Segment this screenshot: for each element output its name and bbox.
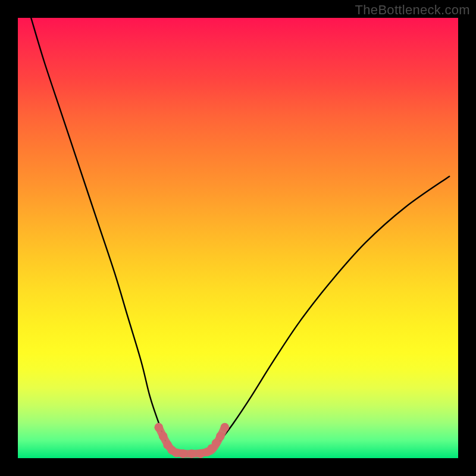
highlight-dot	[159, 432, 168, 441]
series-left-branch	[31, 18, 172, 452]
highlight-dot	[220, 423, 229, 432]
highlight-dot	[178, 449, 187, 458]
watermark-text: TheBottleneck.com	[355, 2, 470, 18]
highlight-dot	[154, 423, 163, 432]
curve-layer	[18, 18, 458, 458]
plot-area	[18, 18, 458, 458]
series-right-branch	[212, 176, 450, 452]
highlight-dot	[187, 449, 196, 458]
highlight-dot	[216, 432, 225, 441]
